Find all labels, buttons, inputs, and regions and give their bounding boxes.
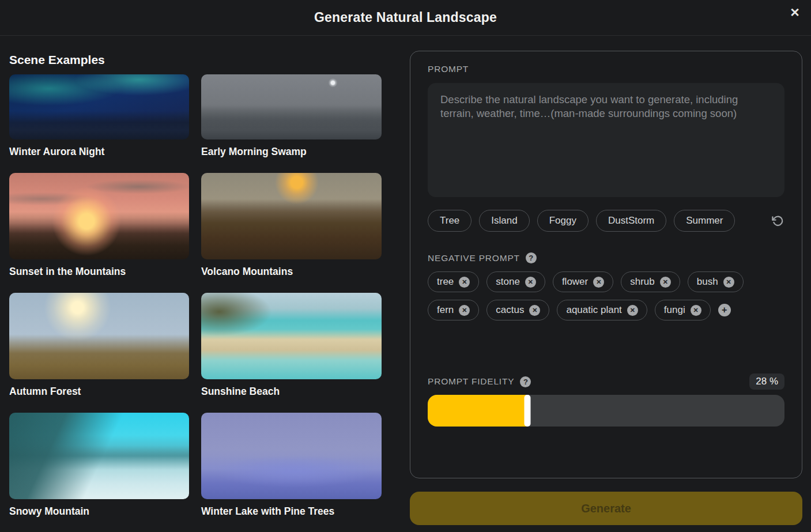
generation-options-panel: PROMPT Tree Island Foggy DustStorm Summe… <box>410 51 802 478</box>
negative-tag-shrub[interactable]: shrub ✕ <box>621 271 680 292</box>
dialog-header: Generate Natural Landscape <box>0 0 811 36</box>
negative-prompt-label: NEGATIVE PROMPT <box>428 253 520 263</box>
scene-card-autumn-forest[interactable]: Autumn Forest <box>9 293 189 413</box>
suggestion-label: Foggy <box>549 215 576 227</box>
negative-tag-label: flower <box>562 276 588 288</box>
scene-thumbnail-winter-lake-with-pine-trees[interactable] <box>201 413 382 499</box>
scene-thumbnail-sunset-in-the-mountains[interactable] <box>9 173 189 259</box>
scene-examples-heading: Scene Examples <box>9 53 382 67</box>
scene-card-snowy-mountain[interactable]: Snowy Mountain <box>9 413 189 532</box>
suggestion-duststorm[interactable]: DustStorm <box>596 210 666 232</box>
generate-button[interactable]: Generate <box>410 492 802 525</box>
negative-prompt-header: NEGATIVE PROMPT ? <box>428 252 784 263</box>
remove-icon[interactable]: ✕ <box>525 277 536 288</box>
remove-icon[interactable]: ✕ <box>627 305 638 316</box>
negative-tag-tree[interactable]: tree ✕ <box>428 271 479 292</box>
scene-label: Winter Lake with Pine Trees <box>201 505 382 518</box>
scene-card-sunshine-beach[interactable]: Sunshine Beach <box>201 293 382 413</box>
scene-card-early-morning-swamp[interactable]: Early Morning Swamp <box>201 74 382 173</box>
negative-tag-stone[interactable]: stone ✕ <box>486 271 545 292</box>
scene-card-winter-aurora-night[interactable]: Winter Aurora Night <box>9 74 189 173</box>
suggestion-tree[interactable]: Tree <box>428 210 471 232</box>
negative-tag-label: aquatic plant <box>566 304 621 316</box>
close-icon: ✕ <box>790 6 800 20</box>
slider-handle[interactable] <box>525 395 531 427</box>
negative-tag-label: fern <box>437 304 454 316</box>
negative-tag-aquatic-plant[interactable]: aquatic plant ✕ <box>557 300 647 320</box>
scene-grid: Winter Aurora Night Early Morning Swamp … <box>9 74 382 532</box>
remove-icon[interactable]: ✕ <box>593 277 604 288</box>
scene-label: Early Morning Swamp <box>201 146 382 158</box>
help-icon[interactable]: ? <box>526 252 537 263</box>
fidelity-value: 28 % <box>749 373 784 390</box>
suggestion-label: Island <box>491 215 517 227</box>
add-tag-button[interactable]: + <box>718 304 731 316</box>
generate-button-label: Generate <box>581 502 631 515</box>
negative-tag-cactus[interactable]: cactus ✕ <box>486 300 549 320</box>
scene-label: Snowy Mountain <box>9 505 189 518</box>
negative-tag-bush[interactable]: bush ✕ <box>688 271 744 292</box>
negative-tag-label: bush <box>697 276 718 288</box>
negative-tag-label: cactus <box>496 304 524 316</box>
scene-thumbnail-early-morning-swamp[interactable] <box>201 74 382 139</box>
scene-thumbnail-winter-aurora-night[interactable] <box>9 74 189 139</box>
help-icon[interactable]: ? <box>520 376 531 387</box>
scene-label: Sunset in the Mountains <box>9 266 189 278</box>
suggestion-label: Summer <box>686 215 723 227</box>
close-button[interactable]: ✕ <box>783 1 806 24</box>
negative-tag-fungi[interactable]: fungi ✕ <box>655 300 711 320</box>
suggestion-label: DustStorm <box>608 215 654 227</box>
negative-tag-fern[interactable]: fern ✕ <box>428 300 479 320</box>
negative-tags: tree ✕ stone ✕ flower ✕ shrub ✕ bush ✕ f… <box>428 271 784 320</box>
scene-thumbnail-autumn-forest[interactable] <box>9 293 189 379</box>
negative-tag-label: fungi <box>664 304 685 316</box>
scene-label: Sunshine Beach <box>201 386 382 398</box>
scene-card-volcano-mountains[interactable]: Volcano Mountains <box>201 173 382 293</box>
suggestion-island[interactable]: Island <box>479 210 529 232</box>
prompt-suggestions: Tree Island Foggy DustStorm Summer <box>428 210 784 232</box>
remove-icon[interactable]: ✕ <box>723 277 734 288</box>
scene-label: Autumn Forest <box>9 386 189 398</box>
fidelity-header: PROMPT FIDELITY ? 28 % <box>428 373 784 390</box>
fidelity-slider[interactable] <box>428 395 784 427</box>
remove-icon[interactable]: ✕ <box>459 305 470 316</box>
refresh-suggestions-icon[interactable] <box>771 214 784 228</box>
remove-icon[interactable]: ✕ <box>660 277 671 288</box>
prompt-input[interactable] <box>428 83 784 197</box>
dialog-title: Generate Natural Landscape <box>314 10 497 25</box>
plus-icon: + <box>722 305 727 315</box>
suggestion-label: Tree <box>440 215 459 227</box>
scene-thumbnail-volcano-mountains[interactable] <box>201 173 382 259</box>
negative-tag-label: shrub <box>630 276 655 288</box>
negative-tag-flower[interactable]: flower ✕ <box>553 271 613 292</box>
scene-card-winter-lake-with-pine-trees[interactable]: Winter Lake with Pine Trees <box>201 413 382 532</box>
remove-icon[interactable]: ✕ <box>529 305 540 316</box>
scene-label: Winter Aurora Night <box>9 146 189 158</box>
scene-examples-section: Scene Examples Winter Aurora Night Early… <box>9 53 382 532</box>
remove-icon[interactable]: ✕ <box>459 277 470 288</box>
suggestion-summer[interactable]: Summer <box>674 210 735 232</box>
negative-tag-label: tree <box>437 276 454 288</box>
scene-label: Volcano Mountains <box>201 266 382 278</box>
remove-icon[interactable]: ✕ <box>691 305 701 316</box>
scene-card-sunset-in-the-mountains[interactable]: Sunset in the Mountains <box>9 173 189 293</box>
negative-tag-label: stone <box>496 276 520 288</box>
scene-thumbnail-snowy-mountain[interactable] <box>9 413 189 499</box>
prompt-label: PROMPT <box>428 64 784 74</box>
fidelity-label: PROMPT FIDELITY <box>428 376 514 387</box>
slider-fill <box>428 395 527 427</box>
suggestion-foggy[interactable]: Foggy <box>537 210 589 232</box>
scene-thumbnail-sunshine-beach[interactable] <box>201 293 382 379</box>
